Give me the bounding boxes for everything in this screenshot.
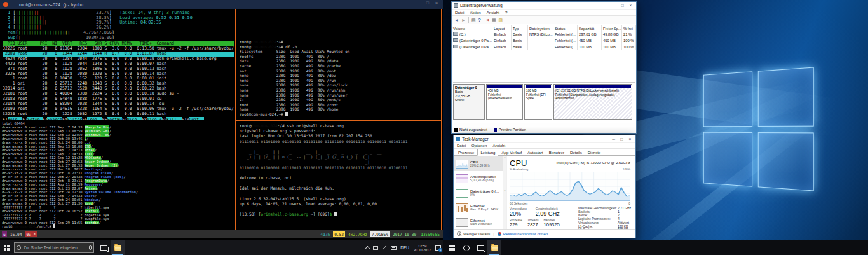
close-button[interactable]: ×	[627, 2, 635, 9]
ssh-pane[interactable]: root@com-mus-024:/# ssh ori@shell.c-base…	[240, 123, 440, 230]
performance-sidebar[interactable]: CPU20% 2,09 GHzArbeitsspeicher5,0/7,9 GB…	[454, 156, 507, 229]
menu-item-datei[interactable]: Datei	[455, 10, 464, 15]
column-header[interactable]: Kapazität	[578, 25, 602, 31]
task-view-icon	[477, 245, 484, 251]
menu-item-?[interactable]: ?	[505, 10, 507, 15]
task-view-button[interactable]	[97, 240, 111, 255]
language-indicator[interactable]: DEU	[398, 240, 411, 255]
cpu-usage-graph[interactable]	[510, 172, 630, 201]
task-manager-window[interactable]: Task-Manager ─□× DateiOptionenAnsicht Pr…	[453, 135, 636, 238]
menu-item-aktion[interactable]: Aktion	[470, 10, 480, 15]
ls-pane[interactable]: total 63464drwxrwxrwx 0 root root 512 Se…	[2, 121, 233, 230]
sidebar-item-eth[interactable]: EthernetGes.: 0 Empf.: 240 K...	[454, 200, 506, 215]
table-row[interactable]: (Datenträger 0 Pa...EinfachBasisFehlerfr…	[452, 44, 636, 50]
window-icon[interactable]: ▤	[471, 17, 476, 23]
notification-center-button[interactable]: 1	[433, 240, 443, 255]
power-icon[interactable]	[371, 240, 380, 255]
disk-volume-table[interactable]: VolumeLayoutTypDateisystemStatusKapazitä…	[452, 25, 636, 50]
properties-icon[interactable]: ▦	[492, 17, 496, 23]
forward-icon[interactable]: ►	[461, 17, 466, 23]
terminal-line: _|	[240, 160, 440, 165]
table-row[interactable]: (Datenträger 0 Pa...EinfachBasisFehlerfr…	[452, 38, 636, 44]
disk0-info-box[interactable]: Datenträger 0 Basis 237,55 GB Online	[453, 84, 485, 120]
column-header[interactable]: Dateisystem	[528, 25, 553, 31]
menu-item-ansicht[interactable]: Ansicht	[487, 10, 499, 15]
column-header[interactable]: Volume	[452, 25, 492, 31]
task-manager-tabs[interactable]: ProzesseLeistungApp-VerlaufAutostartBenu…	[454, 149, 635, 156]
menu-item-optionen[interactable]: Optionen	[471, 144, 487, 148]
file-explorer-button-secondary[interactable]	[487, 240, 501, 255]
terminal-line: root@com-mus-024:/# ssh ori@shell.c-base…	[240, 123, 440, 128]
status-chip-win: 0:-*	[25, 231, 37, 237]
task-manager-window-buttons[interactable]: ─□×	[609, 135, 634, 142]
help-icon[interactable]: ?	[478, 17, 481, 23]
folder-icon[interactable]: ▨	[499, 17, 503, 23]
minimize-button[interactable]: ─	[609, 135, 618, 142]
sidebar-item-disk[interactable]: Datenträger 0 (...0%	[454, 186, 506, 200]
tab-dienste[interactable]: Dienste	[585, 149, 604, 155]
file-explorer-button[interactable]	[111, 240, 125, 255]
hidden-icons-chevron[interactable]	[364, 240, 371, 255]
disk-management-titlebar[interactable]: Datenträgerverwaltung ─□×	[452, 2, 636, 10]
htop-pane[interactable]: 1 [||||||||| 23.7%] Tasks: 14, 0 thr; 3 …	[3, 10, 234, 120]
search-icon	[17, 245, 21, 250]
less-details-button[interactable]: Weniger Details	[463, 232, 490, 236]
clock[interactable]: 13:59 30.10.2017	[411, 240, 433, 255]
tab-prozesse[interactable]: Prozesse	[456, 149, 477, 155]
disk-menu-bar[interactable]: DateiAktionAnsicht?	[452, 10, 636, 16]
column-header[interactable]: Freier Sp...	[602, 25, 622, 31]
toolbar-separator	[484, 17, 484, 23]
terminal-window[interactable]: root@com-mus-024: () - byobu ─ □ × 1 [||…	[0, 0, 443, 239]
partition-box[interactable]: (C:) 237,01 GB NTFS (BitLocker-verschlüs…	[553, 84, 632, 120]
df-pane[interactable]: root@com-mus-024:~#root@com-mus-024:~# d…	[240, 9, 440, 120]
tab-details[interactable]: Details	[567, 149, 585, 155]
sidebar-item-cpu[interactable]: CPU20% 2,09 GHz	[454, 156, 506, 171]
start-button[interactable]	[0, 240, 14, 255]
maximize-button[interactable]: □	[618, 2, 627, 9]
tab-autostart[interactable]: Autostart	[525, 149, 545, 155]
search-input[interactable]: Zur Suche Text hier eingeben	[14, 242, 94, 253]
disk-management-window[interactable]: Datenträgerverwaltung ─□× DateiAktionAns…	[451, 1, 637, 134]
htop-function-keys[interactable]: F1Help F2Setup F3SearchF4FilterF5Tree F6…	[3, 117, 234, 120]
sidebar-item-mem[interactable]: Arbeitsspeicher5,0/7,9 GB (63%)	[454, 171, 506, 186]
minimize-button[interactable]: ─	[610, 2, 618, 9]
task-manager-menu-bar[interactable]: DateiOptionenAnsicht	[454, 143, 635, 149]
column-header[interactable]: Layout	[492, 25, 512, 31]
column-header[interactable]: Status	[553, 25, 578, 31]
start-button-secondary[interactable]	[445, 240, 459, 255]
status-chip-ldy: 0.52	[333, 231, 345, 237]
delete-icon[interactable]: ×	[487, 17, 489, 23]
tab-benutzer[interactable]: Benutzer	[546, 149, 567, 155]
tab-leistung[interactable]: Leistung	[477, 149, 498, 156]
cortana-button[interactable]	[459, 240, 473, 255]
sidebar-item-eth2[interactable]: EthernetNicht verbunden	[454, 215, 506, 229]
terminal-titlebar[interactable]: root@com-mus-024: () - byobu ─ □ ×	[0, 0, 443, 9]
task-manager-titlebar[interactable]: Task-Manager ─□×	[454, 135, 635, 143]
windows-logo-pane	[757, 132, 813, 191]
disk-table-header[interactable]: VolumeLayoutTypDateisystemStatusKapazitä…	[452, 25, 636, 31]
close-button[interactable]: ×	[626, 135, 634, 142]
tab-appverlauf[interactable]: App-Verlauf	[499, 149, 524, 155]
resource-monitor-link[interactable]: Ressourcenmonitor öffnen	[503, 232, 548, 236]
pen-icon[interactable]	[380, 240, 389, 255]
column-header[interactable]: % frei	[622, 25, 636, 31]
maximize-button[interactable]: □	[618, 135, 626, 142]
task-view-button-secondary[interactable]	[473, 240, 487, 255]
terminal-line: rootfs 238G 190G 49G 80% /	[240, 54, 440, 59]
legend-item: Nicht zugeordnet	[454, 128, 487, 132]
microphone-icon[interactable]	[89, 245, 92, 250]
disk-toolbar[interactable]: ◄►▤?×▦▨	[452, 16, 636, 24]
back-icon[interactable]: ◄	[454, 17, 459, 23]
partition-box[interactable]: 450 MBFehlerfrei (Wiederherstellun	[486, 84, 523, 120]
column-header[interactable]: Typ	[512, 25, 528, 31]
keyboard-icon[interactable]	[389, 240, 398, 255]
sidebar-scrollbar[interactable]: ⌃⌄	[503, 156, 506, 229]
partition-box[interactable]: 100 MBFehlerfrei (EFI-Syste	[524, 84, 552, 120]
table-cell: Einfach	[492, 44, 512, 50]
table-row[interactable]: (C:)EinfachBasisNTFS (BitLo...Fehlerfrei…	[452, 31, 636, 38]
terminal-window-buttons[interactable]: ─ □ ×	[417, 1, 440, 5]
menu-item-ansicht[interactable]: Ansicht	[492, 144, 505, 148]
windows-logo-pane	[703, 71, 752, 126]
disk-window-buttons[interactable]: ─□×	[610, 2, 635, 9]
menu-item-datei[interactable]: Datei	[457, 144, 466, 148]
